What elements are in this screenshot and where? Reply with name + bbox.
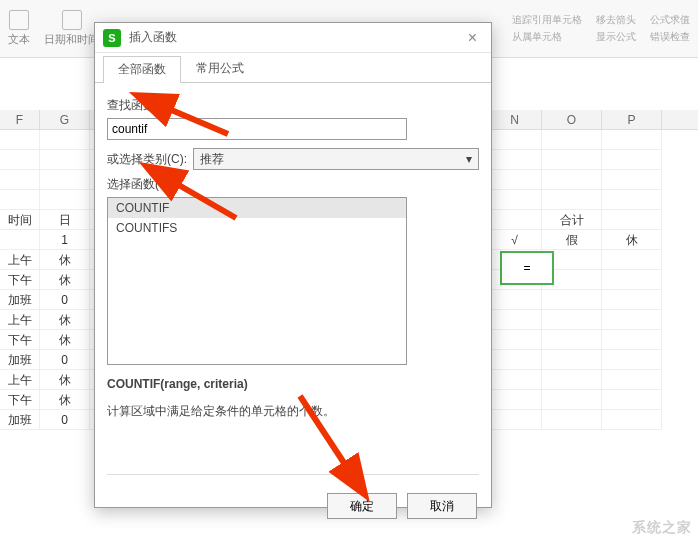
insert-function-dialog: S 插入函数 × 全部函数 常用公式 查找函数(S): 或选择类别(C): 推荐… [94, 22, 492, 508]
function-listbox[interactable]: COUNTIF COUNTIFS [107, 197, 407, 365]
cell[interactable]: 休 [40, 330, 90, 350]
ribbon-show-formula[interactable]: 显示公式 [596, 30, 636, 44]
ribbon-error-check[interactable]: 错误检查 [650, 30, 690, 44]
watermark: 系统之家 [632, 519, 692, 537]
cell[interactable]: 休 [40, 390, 90, 410]
wps-logo-icon: S [103, 29, 121, 47]
search-label: 查找函数(S): [107, 97, 479, 114]
function-description: 计算区域中满足给定条件的单元格的个数。 [107, 403, 479, 420]
active-cell[interactable]: = [500, 251, 554, 285]
cell[interactable]: 休 [40, 310, 90, 330]
cell[interactable]: 下午 [0, 390, 40, 410]
cell[interactable]: 1 [40, 230, 90, 250]
text-icon [9, 10, 29, 30]
ribbon-text-group[interactable]: 文本 [8, 10, 30, 47]
tab-common-formulas[interactable]: 常用公式 [181, 55, 259, 82]
tab-all-functions[interactable]: 全部函数 [103, 56, 181, 83]
dialog-tabs: 全部函数 常用公式 [95, 55, 491, 83]
ribbon-text-label: 文本 [8, 32, 30, 47]
col-header[interactable]: N [488, 110, 542, 129]
cell[interactable]: 0 [40, 350, 90, 370]
cell[interactable]: 上午 [0, 370, 40, 390]
select-function-label: 选择函数(N): [107, 176, 479, 193]
ribbon-trace[interactable]: 追踪引用单元格 [512, 13, 582, 27]
cell[interactable]: 上午 [0, 250, 40, 270]
cell[interactable]: 0 [40, 290, 90, 310]
cell[interactable]: 0 [40, 410, 90, 430]
dialog-title: 插入函数 [129, 29, 177, 46]
search-input[interactable] [107, 118, 407, 140]
cell[interactable]: 假 [542, 230, 602, 250]
col-header[interactable]: P [602, 110, 662, 129]
ok-button[interactable]: 确定 [327, 493, 397, 519]
ribbon-datetime-label: 日期和时间 [44, 32, 99, 47]
col-header[interactable]: O [542, 110, 602, 129]
function-syntax: COUNTIF(range, criteria) [107, 377, 479, 391]
cancel-button[interactable]: 取消 [407, 493, 477, 519]
active-cell-value: = [523, 261, 530, 275]
category-select[interactable]: 推荐 ▾ [193, 148, 479, 170]
cell[interactable]: 下午 [0, 330, 40, 350]
cell[interactable]: 加班 [0, 350, 40, 370]
chevron-down-icon: ▾ [466, 152, 472, 166]
category-label: 或选择类别(C): [107, 151, 187, 168]
ribbon-depends[interactable]: 从属单元格 [512, 30, 582, 44]
cell[interactable]: √ [488, 230, 542, 250]
cell[interactable]: 休 [602, 230, 662, 250]
cell[interactable]: 加班 [0, 410, 40, 430]
cell[interactable]: 合计 [542, 210, 602, 230]
category-value: 推荐 [200, 151, 224, 168]
cell[interactable]: 下午 [0, 270, 40, 290]
datetime-icon [62, 10, 82, 30]
col-header[interactable]: G [40, 110, 90, 129]
cell[interactable]: 休 [40, 250, 90, 270]
cell[interactable]: 日 [40, 210, 90, 230]
list-item[interactable]: COUNTIFS [108, 218, 406, 238]
list-item[interactable]: COUNTIF [108, 198, 406, 218]
cell[interactable]: 上午 [0, 310, 40, 330]
close-icon[interactable]: × [462, 27, 483, 49]
cell[interactable]: 时间 [0, 210, 40, 230]
cell[interactable]: 休 [40, 270, 90, 290]
ribbon-remove-arrows[interactable]: 移去箭头 [596, 13, 636, 27]
cell[interactable]: 休 [40, 370, 90, 390]
dialog-titlebar: S 插入函数 × [95, 23, 491, 53]
ribbon-formula-eval[interactable]: 公式求值 [650, 13, 690, 27]
cell[interactable]: 加班 [0, 290, 40, 310]
col-header[interactable]: F [0, 110, 40, 129]
ribbon-datetime-group[interactable]: 日期和时间 [44, 10, 99, 47]
